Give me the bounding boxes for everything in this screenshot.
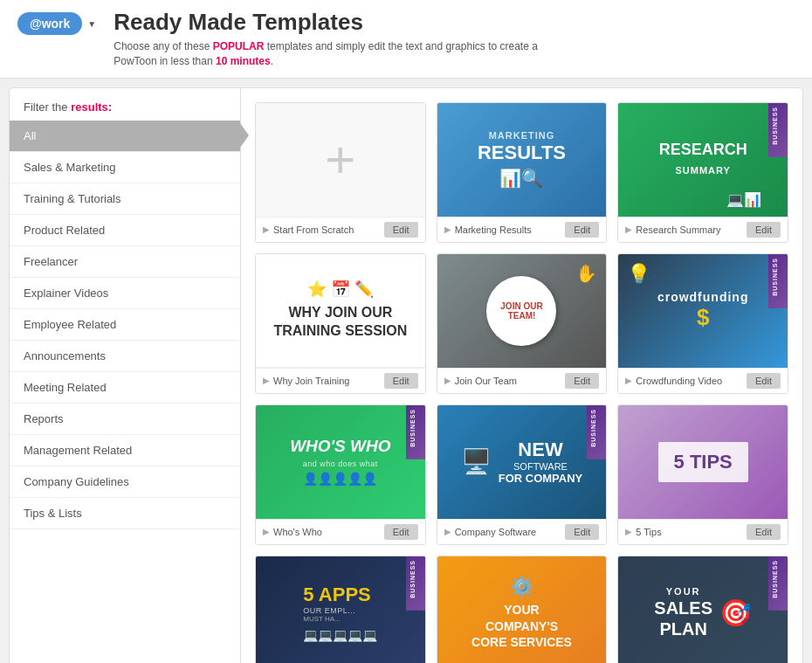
thumb-tips: 5 TIPS [618, 405, 788, 519]
thumb-crowdfunding: BUSINESS crowdfunding $ 💡 [618, 254, 788, 368]
template-card-training: ⭐ 📅 ✏️ WHY JOIN OURTRAINING SESSION ▶ Wh… [255, 253, 426, 394]
sidebar-item-sales-marketing[interactable]: Sales & Marketing [10, 152, 240, 183]
highlight-time: 10 minutes [216, 55, 271, 67]
sidebar-item-explainer-videos[interactable]: Explainer Videos [10, 278, 240, 309]
thumb-crowdfunding-text: crowdfunding $ [650, 283, 756, 339]
template-name-training: ▶ Why Join Training [263, 376, 349, 386]
sidebar-item-company-guidelines[interactable]: Company Guidelines [10, 466, 240, 498]
business-badge-crowdfunding: BUSINESS [768, 254, 788, 308]
thumb-research: BUSINESS RESEARCHSUMMARY 💻📊 [618, 103, 788, 217]
business-badge-whoswho: BUSINESS [406, 405, 425, 459]
tips-number: 5 TIPS [674, 451, 733, 473]
main-container: Filter the results: All Sales & Marketin… [9, 87, 803, 663]
sidebar-item-reports[interactable]: Reports [10, 404, 240, 435]
sidebar: Filter the results: All Sales & Marketin… [10, 88, 241, 663]
sidebar-item-management-related[interactable]: Management Related [10, 435, 240, 466]
highlight-popular: POPULAR [213, 40, 265, 52]
sidebar-item-meeting-related[interactable]: Meeting Related [10, 372, 240, 404]
scratch-plus-icon: + [325, 129, 355, 190]
video-icon-crowdfunding: ▶ [625, 376, 632, 385]
sidebar-item-training-tutorials[interactable]: Training & Tutorials [10, 183, 240, 215]
template-card-whoswho: BUSINESS WHO'S WHO and who does what 👤👤👤… [255, 404, 426, 545]
whoswho-sub: and who does what [290, 459, 390, 468]
templates-grid: + ▶ Start From Scratch Edit MARKETING RE… [255, 102, 788, 663]
business-badge-apps: BUSINESS [406, 556, 425, 611]
edit-button-software[interactable]: Edit [565, 524, 599, 540]
sidebar-item-employee-related[interactable]: Employee Related [10, 309, 240, 341]
logo-arrow[interactable]: ▼ [87, 19, 96, 29]
thumb-marketing-text: MARKETING RESULTS 📊🔍 [471, 123, 573, 197]
logo-badge[interactable]: @work [17, 12, 82, 35]
header-logo: @work ▼ [17, 12, 96, 35]
footer-scratch: ▶ Start From Scratch Edit [256, 217, 425, 242]
sidebar-item-announcements[interactable]: Announcements [10, 341, 240, 372]
thumb-sales: BUSINESS YOUR SALES PLAN 🎯 [618, 556, 788, 663]
footer-software: ▶ Company Software Edit [437, 519, 607, 544]
thumb-jointeam: JOIN OURTEAM! ✋ [437, 254, 607, 368]
video-icon-training: ▶ [263, 376, 270, 385]
video-icon-tips: ▶ [625, 527, 632, 536]
edit-button-crowdfunding[interactable]: Edit [747, 373, 781, 389]
business-badge-research: BUSINESS [768, 103, 788, 157]
video-icon-whoswho: ▶ [263, 527, 270, 536]
thumb-research-text: RESEARCHSUMMARY [659, 141, 747, 178]
business-badge-software: BUSINESS [587, 405, 606, 459]
training-title: WHY JOIN OURTRAINING SESSION [273, 304, 407, 341]
header: @work ▼ Ready Made Templates Choose any … [0, 0, 812, 79]
core-icon: ⚙️ [471, 576, 572, 598]
edit-button-scratch[interactable]: Edit [384, 222, 418, 238]
thumb-marketing: MARKETING RESULTS 📊🔍 [437, 103, 607, 217]
thumb-scratch: + [256, 103, 425, 217]
template-card-core: ⚙️ YOURCOMPANY'SCORE SERVICES ▶ Core Ser… [437, 556, 608, 663]
whoswho-title: WHO'S WHO [290, 438, 390, 456]
template-card-research: BUSINESS RESEARCHSUMMARY 💻📊 ▶ Research S… [617, 102, 788, 243]
core-text: YOURCOMPANY'SCORE SERVICES [471, 602, 572, 650]
template-name-marketing: ▶ Marketing Results [444, 224, 532, 235]
template-name-crowdfunding: ▶ Crowdfunding Video [625, 376, 722, 386]
footer-whoswho: ▶ Who's Who Edit [256, 519, 425, 544]
sales-text: YOUR SALES PLAN [654, 586, 712, 639]
edit-button-research[interactable]: Edit [747, 222, 781, 238]
edit-button-tips[interactable]: Edit [747, 524, 781, 540]
video-icon-software: ▶ [444, 527, 451, 536]
thumb-software: BUSINESS 🖥️ NEW SOFTWARE FOR COMPANY [437, 405, 607, 519]
sidebar-item-all[interactable]: All [10, 121, 240, 152]
page-title: Ready Made Templates [114, 9, 550, 36]
sidebar-item-freelancer[interactable]: Freelancer [10, 246, 240, 278]
footer-jointeam: ▶ Join Our Team Edit [437, 368, 607, 393]
template-name-whoswho: ▶ Who's Who [263, 527, 322, 537]
thumb-core: ⚙️ YOURCOMPANY'SCORE SERVICES [437, 556, 607, 663]
footer-research: ▶ Research Summary Edit [618, 217, 788, 242]
template-card-sales: BUSINESS YOUR SALES PLAN 🎯 [617, 556, 788, 663]
footer-marketing: ▶ Marketing Results Edit [437, 217, 607, 242]
template-name-jointeam: ▶ Join Our Team [444, 376, 517, 386]
template-name-software: ▶ Company Software [444, 527, 537, 537]
thumb-whoswho: BUSINESS WHO'S WHO and who does what 👤👤👤… [256, 405, 425, 519]
template-card-crowdfunding: BUSINESS crowdfunding $ 💡 ▶ Crowdfunding… [617, 253, 788, 394]
edit-button-training[interactable]: Edit [384, 373, 418, 389]
video-icon-jointeam: ▶ [444, 376, 451, 385]
template-card-apps: BUSINESS 5 APPS OUR EMPL... MUST HA... 💻… [255, 556, 426, 663]
header-text: Ready Made Templates Choose any of these… [114, 9, 550, 69]
filter-highlight: results: [71, 100, 112, 114]
software-text: NEW SOFTWARE FOR COMPANY [499, 439, 583, 485]
footer-tips: ▶ 5 Tips Edit [618, 519, 788, 544]
video-icon-scratch: ▶ [263, 224, 270, 234]
edit-button-jointeam[interactable]: Edit [565, 373, 599, 389]
thumb-training: ⭐ 📅 ✏️ WHY JOIN OURTRAINING SESSION [256, 254, 425, 368]
video-icon-research: ▶ [625, 224, 632, 234]
template-card-scratch: + ▶ Start From Scratch Edit [255, 102, 426, 243]
templates-content: + ▶ Start From Scratch Edit MARKETING RE… [241, 88, 802, 663]
template-card-tips: 5 TIPS ▶ 5 Tips Edit [617, 404, 788, 545]
sidebar-item-product-related[interactable]: Product Related [10, 215, 240, 246]
edit-button-marketing[interactable]: Edit [565, 222, 599, 238]
edit-button-whoswho[interactable]: Edit [384, 524, 418, 540]
template-name-tips: ▶ 5 Tips [625, 527, 661, 537]
sidebar-filter-label: Filter the results: [10, 88, 240, 121]
business-badge-sales: BUSINESS [768, 556, 788, 611]
template-card-software: BUSINESS 🖥️ NEW SOFTWARE FOR COMPANY ▶ C… [437, 404, 608, 545]
sidebar-item-tips-lists[interactable]: Tips & Lists [10, 498, 240, 529]
tips-box: 5 TIPS [658, 442, 748, 482]
template-name-research: ▶ Research Summary [625, 224, 720, 235]
training-icons: ⭐ 📅 ✏️ [273, 280, 407, 299]
